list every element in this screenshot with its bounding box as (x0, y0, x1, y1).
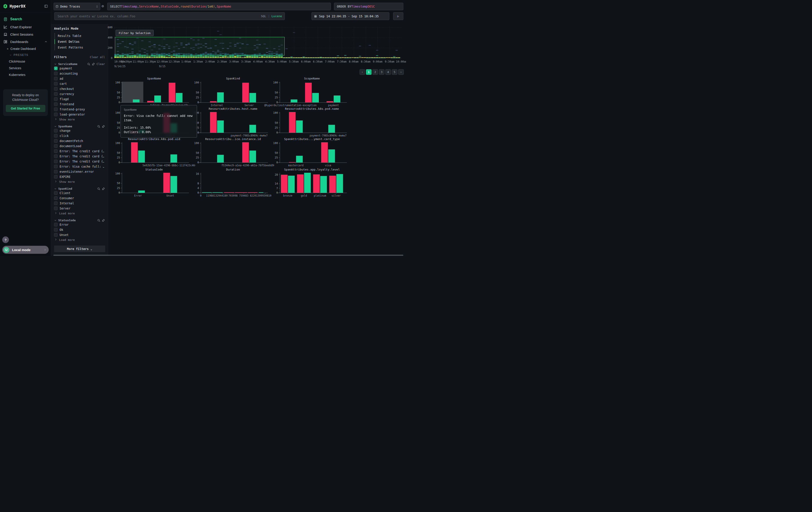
bar-inlier[interactable] (217, 120, 224, 133)
pagination-page-5[interactable]: 5 (392, 69, 397, 75)
analysis-mode-event-deltas[interactable]: Event Deltas (55, 39, 105, 45)
pagination-page-2[interactable]: 2 (372, 69, 378, 75)
checkbox[interactable] (54, 92, 58, 96)
filter-checkbox-row[interactable]: frontend-proxy (54, 107, 105, 112)
bar-inlier[interactable] (328, 150, 335, 162)
checkbox[interactable] (54, 150, 58, 153)
filter-checkbox-row[interactable]: EXPIRE (54, 174, 105, 179)
bar-inlier[interactable] (171, 155, 177, 162)
bar-outlier[interactable] (329, 176, 336, 193)
filter-checkbox-row[interactable]: checkout (54, 86, 105, 91)
time-range-picker[interactable]: Sep 14 22:04:35 - Sep 15 10:04:35 (312, 12, 389, 20)
bar-outlier[interactable] (210, 112, 217, 133)
pagination-page-4[interactable]: 4 (385, 69, 391, 75)
filter-checkbox-row[interactable]: ad (54, 76, 105, 81)
bar-inlier[interactable] (217, 155, 224, 162)
bar-inlier[interactable] (291, 100, 297, 102)
pin-icon[interactable] (102, 125, 105, 128)
bar-outlier[interactable] (169, 83, 175, 102)
checkbox[interactable] (54, 129, 58, 132)
filter-checkbox-row[interactable]: Error: The credit card (… (54, 159, 105, 164)
filter-checkbox-row[interactable]: accounting (54, 71, 105, 76)
checkbox[interactable] (54, 113, 58, 116)
filter-checkbox-row[interactable]: Unset (54, 232, 105, 237)
filter-checkbox-row[interactable]: Error: Visa cache full: … (54, 164, 105, 169)
sidebar-item-services[interactable]: Services (0, 65, 51, 72)
sidebar-item-chart-explorer[interactable]: Chart Explorer (0, 23, 51, 31)
checkbox[interactable] (54, 201, 58, 205)
bar-outlier[interactable] (313, 174, 320, 193)
checkbox[interactable] (54, 160, 58, 163)
checkbox[interactable] (54, 223, 58, 226)
bar-inlier[interactable] (288, 176, 295, 193)
collapse-sidebar-icon[interactable] (44, 4, 48, 8)
search-icon[interactable] (87, 62, 90, 66)
checkbox[interactable] (54, 175, 58, 179)
bar-outlier[interactable] (210, 101, 217, 102)
bar-outlier[interactable] (321, 142, 328, 162)
checkbox[interactable] (54, 144, 58, 148)
run-query-button[interactable]: ▷ (393, 12, 403, 20)
filter-group-header[interactable]: SpanKind (54, 187, 105, 190)
filter-group-header[interactable]: SpanName (54, 125, 105, 128)
more-filters-button[interactable]: More filters ⌄ (54, 246, 105, 252)
search-icon[interactable] (97, 125, 100, 128)
sql-select-input[interactable]: SELECT Timestamp, ServiceName, StatusCod… (107, 3, 331, 10)
filter-checkbox-row[interactable]: ✓payment (54, 66, 105, 71)
sql-mode-button[interactable]: SQL (261, 15, 266, 18)
show-more-link[interactable]: Show more (54, 117, 105, 121)
checkbox[interactable] (54, 228, 58, 232)
sidebar-item-create-dashboard[interactable]: + Create Dashboard (0, 46, 51, 52)
filter-checkbox-row[interactable]: frontend (54, 102, 105, 107)
checkbox[interactable] (54, 134, 58, 138)
filter-checkbox-row[interactable]: documentFetch (54, 138, 105, 143)
checkbox[interactable] (54, 82, 58, 85)
bar-outlier[interactable] (164, 173, 170, 193)
lucene-mode-button[interactable]: Lucene (271, 15, 282, 18)
bar-inlier[interactable] (296, 156, 303, 162)
filter-checkbox-row[interactable]: Internal (54, 200, 105, 206)
bar-outlier[interactable] (147, 101, 154, 102)
pin-icon[interactable] (92, 62, 95, 66)
checkbox[interactable] (54, 155, 58, 158)
checkbox[interactable] (54, 233, 58, 237)
filter-checkbox-row[interactable]: cart (54, 81, 105, 86)
sidebar-item-kubernetes[interactable]: Kubernetes (0, 72, 51, 78)
pagination-page-3[interactable]: 3 (379, 69, 384, 75)
bar-inlier[interactable] (304, 173, 311, 193)
filter-by-selection-button[interactable]: Filter by Selection (116, 30, 154, 36)
filter-checkbox-row[interactable]: load-generator (54, 112, 105, 117)
bar-outlier[interactable] (289, 162, 296, 162)
checkbox[interactable] (54, 97, 58, 101)
bar-outlier[interactable] (305, 83, 312, 102)
pagination-prev-button[interactable]: ‹ (359, 69, 365, 75)
bar-outlier[interactable] (242, 142, 249, 162)
checkbox[interactable] (54, 77, 58, 80)
bar-inlier[interactable] (138, 151, 145, 162)
show-more-link[interactable]: Load more (54, 211, 105, 215)
horizontal-scrollbar[interactable] (53, 255, 403, 256)
search-icon[interactable] (97, 187, 100, 190)
bar-inlier[interactable] (328, 125, 335, 133)
get-started-button[interactable]: Get Started for Free (6, 105, 46, 112)
analysis-mode-event-patterns[interactable]: Event Patterns (55, 45, 105, 50)
filter-checkbox-row[interactable]: change (54, 128, 105, 133)
analysis-mode-results-table[interactable]: Results Table (55, 33, 105, 39)
sidebar-item-search[interactable]: Search (0, 15, 51, 23)
checkbox[interactable] (54, 72, 58, 75)
filter-checkbox-row[interactable]: Consumer (54, 195, 105, 200)
checkbox[interactable] (54, 170, 58, 173)
source-select[interactable]: Demo Traces (54, 3, 100, 10)
filter-group-header[interactable]: ServiceNameClear (54, 62, 105, 66)
checkbox[interactable] (54, 191, 58, 195)
checkbox[interactable] (54, 165, 58, 168)
show-more-link[interactable]: Show more (54, 179, 105, 183)
bar-outlier[interactable] (242, 83, 249, 102)
checkbox[interactable] (54, 139, 58, 143)
show-more-link[interactable]: Load more (54, 237, 105, 242)
bar-inlier[interactable] (250, 125, 256, 133)
filter-checkbox-row[interactable]: click (54, 133, 105, 138)
filter-checkbox-row[interactable]: flagd (54, 97, 105, 102)
bar-inlier[interactable] (337, 174, 343, 193)
bar-inlier[interactable] (217, 92, 224, 102)
